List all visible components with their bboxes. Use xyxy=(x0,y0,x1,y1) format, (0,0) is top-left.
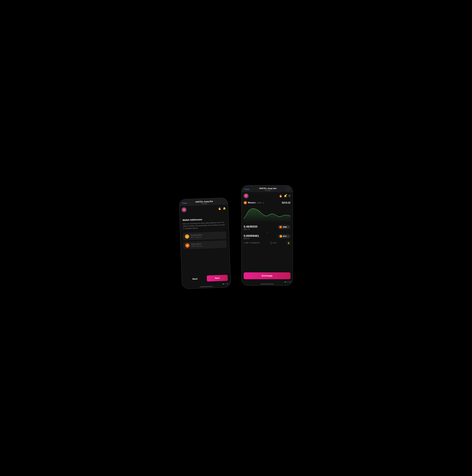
swap-arrow-row: ↓ xyxy=(244,231,290,234)
front-page-num: 1 / 39 xyxy=(287,281,290,283)
front-btn-vol-up xyxy=(241,206,242,213)
coin-name-label: Monero xyxy=(248,202,255,204)
front-phone-screen: Close VERTEX Swap Bot mini app ··· V 🔥 🔔… xyxy=(242,186,293,285)
back-vertex-logo[interactable]: V xyxy=(182,207,186,212)
from-amount-value: 0.4639333 xyxy=(244,225,278,228)
to-amount-usd: $100.42 xyxy=(244,238,278,239)
monero-icon: M xyxy=(244,201,247,204)
phone-back: Close VERTEX Swap Bot mini app V 🔥 🔔 xyxy=(179,198,231,289)
front-page-indicator: 1 / 39 xyxy=(242,281,293,284)
front-home-indicator xyxy=(242,284,293,285)
bell-wrapper: 🔔 xyxy=(223,207,226,210)
front-app-subtitle: mini app xyxy=(259,189,277,191)
timer-icon: ⏱ xyxy=(270,242,272,244)
up-arrow-icon: ▲ xyxy=(263,202,264,204)
front-btn-power xyxy=(293,204,293,212)
front-home-bar xyxy=(260,284,274,284)
refund-address-field[interactable]: M Refund address XMR address .. xyxy=(183,240,227,249)
to-amount-left: 0.00009461 $100.42 xyxy=(244,234,278,239)
back-phone-screen: Close VERTEX Swap Bot mini app V 🔥 🔔 xyxy=(179,198,231,289)
btn-power-back xyxy=(228,216,229,224)
rate-row: 1 XMR = 0.00205 BTC ⏱ 0:00 🔓 xyxy=(244,240,290,245)
front-app-header: Close VERTEX Swap Bot mini app ··· xyxy=(242,186,293,192)
refund-field-content: Refund address XMR address .. xyxy=(191,242,225,247)
bell-notification-dot xyxy=(286,194,287,195)
back-button[interactable]: Back xyxy=(184,275,206,282)
front-inner-toolbar: V 🔥 🔔 ☰ xyxy=(242,192,293,200)
scene: Close VERTEX Swap Bot mini app V 🔥 🔔 xyxy=(177,177,295,299)
next-button[interactable]: Next xyxy=(207,275,228,281)
timer-value: 0:00 xyxy=(273,242,276,244)
to-coin-caret-icon: ▼ xyxy=(288,236,289,237)
from-coin-caret-icon: ▼ xyxy=(288,226,289,228)
exchange-button[interactable]: Exchange xyxy=(244,272,290,279)
price-chart xyxy=(244,205,290,222)
front-bell-wrapper: 🔔 xyxy=(284,194,287,197)
chart-header: M Monero 3.78% ▲ $219.22 xyxy=(244,201,290,204)
front-close-button[interactable]: Close xyxy=(244,188,249,190)
fire-icon: 🔥 xyxy=(218,207,221,210)
to-amount-value: 0.00009461 xyxy=(244,234,278,238)
from-coin-selector[interactable]: M XMR ▼ xyxy=(278,225,290,229)
coin-pct-label: 3.78% xyxy=(257,202,262,204)
from-coin-icon: M xyxy=(279,226,282,228)
recipient-address-field[interactable]: ₿ Recipient address BTC address .. xyxy=(183,231,226,240)
to-coin-selector[interactable]: ₿ BTC ▼ xyxy=(278,234,290,238)
more-options-button[interactable]: ··· xyxy=(286,187,290,191)
from-amount-usd: $101.70 xyxy=(244,228,278,230)
from-amount-row: 0.4639333 $101.70 M XMR ▼ xyxy=(244,225,290,230)
rate-timer: ⏱ 0:00 xyxy=(270,242,276,244)
front-btn-vol-down xyxy=(241,215,242,222)
front-toolbar-icons: 🔥 🔔 ☰ xyxy=(279,194,290,197)
back-btn-row: Back Next xyxy=(182,272,230,284)
front-phone-notch xyxy=(266,187,268,188)
to-coin-icon: ₿ xyxy=(279,235,282,238)
wallet-content: Wallet Addresses Enter your receiving an… xyxy=(180,212,230,274)
front-fire-icon: 🔥 xyxy=(279,194,282,197)
chart-section: M Monero 3.78% ▲ $219.22 xyxy=(242,200,293,224)
back-toolbar-icons: 🔥 🔔 xyxy=(218,207,226,210)
chart-svg xyxy=(244,205,290,222)
coin-price-label: $219.22 xyxy=(282,201,290,204)
hamburger-menu-icon[interactable]: ☰ xyxy=(288,194,290,197)
bell-icon: 🔔 xyxy=(223,207,226,210)
back-close-button[interactable]: Close xyxy=(182,202,187,204)
front-btn-silent xyxy=(241,200,242,204)
front-page-dot xyxy=(285,281,286,283)
exchange-form: 0.4639333 $101.70 M XMR ▼ ↓ 0. xyxy=(242,224,293,271)
back-page-dot xyxy=(223,284,224,285)
rate-text: 1 XMR = 0.00205 BTC xyxy=(244,242,260,244)
btc-coin-icon: ₿ xyxy=(185,234,189,239)
back-page-num: 1 / 39 xyxy=(224,283,229,285)
to-coin-label: BTC xyxy=(283,235,287,237)
lock-button[interactable]: 🔓 xyxy=(287,241,290,245)
coin-name-row: M Monero 3.78% ▲ xyxy=(244,201,264,204)
phone-front: Close VERTEX Swap Bot mini app ··· V 🔥 🔔… xyxy=(241,185,293,286)
to-amount-row: 0.00009461 $100.42 ₿ BTC ▼ xyxy=(244,234,290,239)
front-vertex-logo[interactable]: V xyxy=(244,193,248,198)
from-amount-left: 0.4639333 $101.70 xyxy=(244,225,278,230)
from-coin-label: XMR xyxy=(283,226,287,228)
recipient-field-content: Recipient address BTC address .. xyxy=(191,233,224,238)
xmr-coin-icon: M xyxy=(185,243,190,248)
wallet-title: Wallet Addresses xyxy=(182,217,226,221)
swap-direction-icon: ↓ xyxy=(267,231,268,234)
wallet-description: Enter your receiving and refund wallet a… xyxy=(182,221,226,230)
